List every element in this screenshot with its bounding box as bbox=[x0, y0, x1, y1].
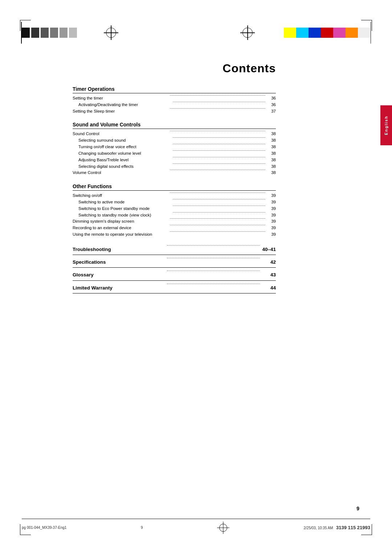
main-content: Contents Timer Operations Setting the ti… bbox=[73, 62, 276, 296]
toc-section-timer: Timer Operations Setting the timer 36 Ac… bbox=[73, 86, 276, 114]
toc-entry: Switching on/off 39 bbox=[73, 193, 276, 199]
toc-section-sound: Sound and Volume Controls Sound Control … bbox=[73, 122, 276, 176]
page-number: 9 bbox=[356, 506, 359, 511]
toc-entry: Switching to Eco Power standby mode 39 bbox=[73, 206, 276, 212]
top-bar-area bbox=[0, 22, 392, 44]
toc-entry: Switching to active mode 39 bbox=[73, 199, 276, 206]
toc-section-title-sound: Sound and Volume Controls bbox=[73, 122, 276, 129]
bottom-crosshair bbox=[217, 522, 229, 534]
toc-entry: Switching to standby mode (view clock) 3… bbox=[73, 212, 276, 219]
bottom-datetime-text: 2/25/03, 10:35 AM 3139 115 21993 bbox=[304, 525, 371, 530]
toc-major-specifications: Specifications 42 bbox=[73, 258, 276, 268]
bottom-left-text: pg 001-044_MX39-37-Eng1 bbox=[22, 526, 66, 530]
crosshair-right bbox=[240, 25, 255, 40]
toc-entry: Setting the timer 36 bbox=[73, 95, 276, 102]
toc-major-troubleshooting: Troubleshooting 40–41 bbox=[73, 245, 276, 255]
toc-entry: Dimming system's display screen 39 bbox=[73, 218, 276, 225]
toc-section-other: Other Functions Switching on/off 39 Swit… bbox=[73, 183, 276, 238]
vert-line-right bbox=[371, 22, 371, 44]
toc-entry: Adjusting Bass/Treble level 38 bbox=[73, 157, 276, 163]
color-strip-left bbox=[22, 28, 78, 38]
toc-entry: Volume Control 38 bbox=[73, 170, 276, 176]
toc-entry: Activating/Deactivating the timer 36 bbox=[73, 102, 276, 108]
toc-entry: Recording to an external device 39 bbox=[73, 225, 276, 231]
crosshair-left bbox=[104, 25, 118, 40]
toc-section-title-timer: Timer Operations bbox=[73, 86, 276, 93]
toc-entry: Sound Control 38 bbox=[73, 131, 276, 137]
bottom-bar: pg 001-044_MX39-37-Eng1 9 2/25/03, 10:35… bbox=[22, 519, 370, 533]
english-tab: English bbox=[380, 105, 392, 145]
toc-entry: Changing subwoofer volume level 38 bbox=[73, 150, 276, 157]
toc-major-limited-warranty: Limited Warranty 44 bbox=[73, 284, 276, 293]
toc-entry: Turning on/off clear voice effect 38 bbox=[73, 144, 276, 150]
toc-entry: Using the remote to operate your televis… bbox=[73, 231, 276, 238]
page-title: Contents bbox=[73, 62, 276, 75]
vert-line-left bbox=[21, 22, 22, 44]
toc-section-title-other: Other Functions bbox=[73, 183, 276, 191]
bottom-center-text: 9 bbox=[141, 526, 143, 530]
toc-entry: Selecting digital sound effects 38 bbox=[73, 163, 276, 170]
toc-major-glossary: Glossary 43 bbox=[73, 271, 276, 280]
toc-entry: Selecting surround sound 38 bbox=[73, 137, 276, 144]
toc-entry: Setting the Sleep timer 37 bbox=[73, 108, 276, 115]
color-strip-right bbox=[284, 28, 370, 38]
